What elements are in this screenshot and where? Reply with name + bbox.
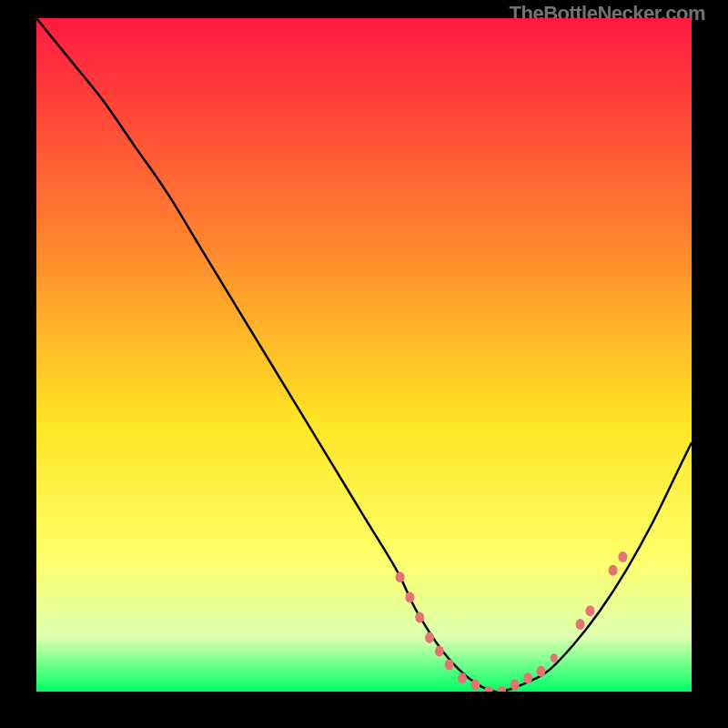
data-marker — [551, 653, 558, 662]
data-marker — [523, 672, 532, 683]
data-marker — [425, 632, 434, 643]
data-marker — [445, 659, 454, 670]
chart-svg — [36, 18, 692, 692]
gradient-background — [36, 18, 692, 692]
data-marker — [470, 680, 480, 691]
data-marker — [609, 565, 618, 576]
data-marker — [396, 571, 405, 582]
data-marker — [576, 619, 585, 630]
chart-container: TheBottleNecker.com — [0, 0, 728, 728]
data-marker — [536, 666, 545, 677]
data-marker — [435, 646, 444, 657]
data-marker — [511, 680, 520, 691]
data-marker — [618, 551, 627, 562]
data-marker — [415, 612, 424, 623]
data-marker — [405, 592, 414, 602]
data-marker — [585, 605, 594, 616]
plot-area — [36, 18, 692, 692]
data-marker — [458, 672, 467, 683]
